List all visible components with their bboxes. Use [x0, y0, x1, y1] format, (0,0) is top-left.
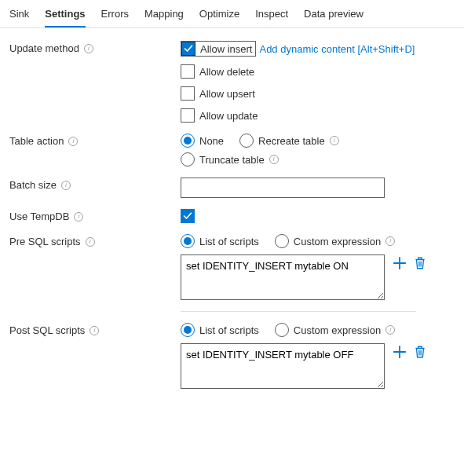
- update-method-label: Update method: [9, 42, 79, 54]
- plus-icon[interactable]: [393, 256, 407, 270]
- use-tempdb-checkbox[interactable]: [181, 209, 195, 223]
- allow-upsert-checkbox[interactable]: Allow upsert: [181, 86, 415, 101]
- post-sql-custom-radio[interactable]: Custom expression: [275, 323, 395, 337]
- tab-inspect[interactable]: Inspect: [255, 5, 288, 27]
- table-action-none-radio[interactable]: None: [181, 134, 224, 148]
- post-sql-label: Post SQL scripts: [9, 324, 85, 336]
- pre-sql-list-radio[interactable]: List of scripts: [181, 234, 259, 248]
- info-icon[interactable]: [385, 325, 395, 335]
- tab-data-preview[interactable]: Data preview: [304, 5, 364, 27]
- info-icon[interactable]: [385, 236, 395, 246]
- allow-update-label: Allow update: [199, 110, 258, 122]
- table-action-truncate-radio[interactable]: Truncate table: [181, 152, 279, 167]
- add-dynamic-content-link[interactable]: Add dynamic content [Alt+Shift+D]: [259, 43, 415, 55]
- allow-insert-label: Allow insert: [200, 43, 252, 55]
- allow-upsert-label: Allow upsert: [199, 88, 255, 100]
- allow-delete-label: Allow delete: [199, 66, 254, 78]
- pre-sql-custom-label: Custom expression: [294, 236, 381, 247]
- info-icon[interactable]: [86, 237, 95, 247]
- allow-insert-checkbox[interactable]: Allow insert: [181, 41, 256, 57]
- tab-settings[interactable]: Settings: [45, 5, 85, 27]
- post-sql-list-radio[interactable]: List of scripts: [181, 323, 259, 337]
- table-action-recreate-label: Recreate table: [258, 135, 325, 147]
- info-icon[interactable]: [330, 136, 339, 145]
- table-action-label: Table action: [9, 135, 64, 147]
- info-icon[interactable]: [269, 155, 279, 164]
- post-sql-custom-label: Custom expression: [294, 324, 381, 336]
- info-icon[interactable]: [90, 326, 99, 335]
- trash-icon[interactable]: [413, 256, 427, 270]
- trash-icon[interactable]: [413, 345, 427, 359]
- pre-sql-list-label: List of scripts: [199, 236, 259, 247]
- post-sql-list-label: List of scripts: [199, 324, 259, 336]
- allow-delete-checkbox[interactable]: Allow delete: [181, 64, 415, 79]
- info-icon[interactable]: [74, 212, 83, 222]
- pre-sql-label: Pre SQL scripts: [9, 236, 81, 247]
- pre-sql-script-textarea[interactable]: [181, 254, 385, 300]
- tab-optimize[interactable]: Optimize: [199, 5, 239, 27]
- tab-mapping[interactable]: Mapping: [144, 5, 184, 27]
- post-sql-script-textarea[interactable]: [181, 343, 385, 389]
- plus-icon[interactable]: [393, 345, 407, 359]
- tab-bar: Sink Settings Errors Mapping Optimize In…: [0, 0, 464, 28]
- allow-update-checkbox[interactable]: Allow update: [181, 108, 415, 123]
- tab-sink[interactable]: Sink: [9, 5, 29, 27]
- pre-sql-custom-radio[interactable]: Custom expression: [275, 234, 395, 248]
- batch-size-label: Batch size: [9, 179, 57, 191]
- batch-size-input[interactable]: [181, 178, 385, 198]
- tab-errors[interactable]: Errors: [101, 5, 129, 27]
- info-icon[interactable]: [61, 181, 71, 190]
- info-icon[interactable]: [84, 44, 93, 53]
- table-action-none-label: None: [199, 135, 224, 147]
- use-tempdb-label: Use TempDB: [9, 211, 69, 222]
- info-icon[interactable]: [68, 137, 78, 146]
- table-action-truncate-label: Truncate table: [199, 154, 265, 166]
- divider: [181, 311, 416, 312]
- table-action-recreate-radio[interactable]: Recreate table: [239, 134, 339, 148]
